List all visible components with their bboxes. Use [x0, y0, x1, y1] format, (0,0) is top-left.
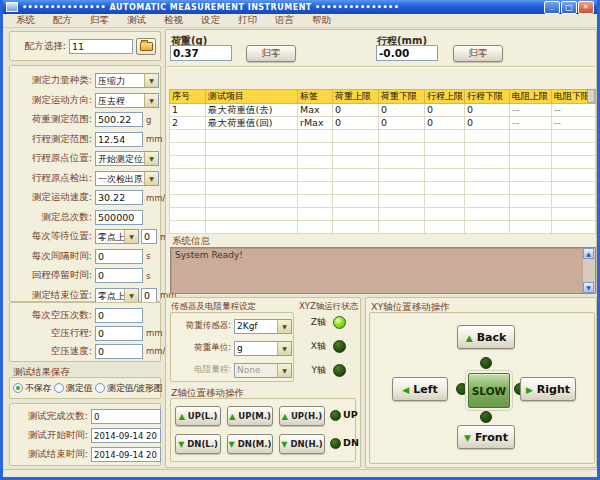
arrow-down-icon	[464, 432, 471, 443]
z-down-high-button[interactable]: DN(H.)	[279, 434, 325, 454]
button-label: Front	[475, 431, 508, 444]
sensor-label: 荷重单位:	[173, 342, 231, 354]
z-up-mid-button[interactable]: UP(M.)	[227, 406, 273, 426]
system-info-scrollbar[interactable]: ▲ ▼	[582, 248, 595, 293]
air-press-panel: 每次空压次数: 空压行程: mm 空压速度: mm/min	[9, 302, 161, 362]
axis-status-row: Y轴	[302, 364, 346, 377]
recipe-input[interactable]	[69, 39, 133, 54]
radio-measured-value[interactable]	[54, 383, 64, 393]
load-zero-button[interactable]: 归零	[246, 45, 296, 62]
arrow-up-icon	[179, 412, 185, 421]
y-axis-led	[333, 364, 346, 377]
total-count-input[interactable]	[95, 210, 143, 225]
menu-item-zero[interactable]: 归零	[81, 14, 118, 27]
close-button[interactable]	[578, 1, 594, 14]
column-header: 序号	[170, 90, 206, 104]
xy-move-panel: XY轴位置移动操作 Back Left SLOW Right Front	[365, 297, 597, 468]
air-press-speed-input[interactable]	[95, 344, 143, 359]
z-up-high-button[interactable]: UP(H.)	[279, 406, 325, 426]
z-axis-led	[333, 316, 346, 329]
origin-detect-select[interactable]: 一次检出原点	[95, 171, 159, 186]
axis-status-row: Z轴	[302, 316, 346, 329]
axis-label: Z轴	[302, 316, 326, 329]
system-info-box[interactable]: System Ready! ▲ ▼	[170, 247, 596, 294]
right-button[interactable]: Right	[520, 377, 576, 401]
stat-row: 测试结束时间:	[10, 445, 160, 464]
front-button[interactable]: Front	[457, 425, 515, 449]
measure-params-panel: 测定力量种类: 压缩力 测定运动方向: 压去程 荷重测定范围: g 行程测定范围…	[9, 65, 161, 302]
sensor-settings-box: 荷重传感器: 2Kgf 荷重单位: g 电阻量程: None	[170, 312, 294, 382]
table-row[interactable]: 2 最大荷重值(回) rMax 0 0 0 0 -- --	[170, 117, 596, 130]
recipe-label: 配方选择:	[14, 40, 66, 53]
scroll-up-icon[interactable]: ▲	[583, 248, 594, 259]
recipe-panel: 配方选择:	[9, 31, 161, 61]
maximize-button[interactable]	[561, 1, 577, 14]
force-type-select[interactable]: 压缩力	[95, 73, 159, 88]
load-range-input[interactable]	[95, 112, 143, 127]
x-minus-indicator-dot	[456, 383, 468, 395]
menu-item-inspect[interactable]: 检视	[155, 14, 192, 27]
param-label: 每次等待位置:	[12, 230, 92, 243]
air-press-stroke-input[interactable]	[95, 326, 143, 341]
column-header: 电阻上限	[510, 90, 552, 104]
end-position-select[interactable]: 零点上方	[95, 288, 139, 303]
y-minus-indicator-dot	[480, 411, 492, 423]
window-title: ••••••••••••••• AUTOMATIC MEASUREMENT IN…	[22, 3, 544, 12]
return-dwell-time-input[interactable]	[95, 268, 143, 283]
scroll-down-icon[interactable]: ▼	[583, 282, 594, 293]
completed-count-input[interactable]	[91, 409, 161, 424]
window-controls	[544, 1, 594, 14]
minimize-button[interactable]	[544, 1, 560, 14]
param-label: 测定运动方向:	[12, 94, 92, 107]
stat-label: 测试结束时间:	[12, 448, 88, 461]
radio-measured-value-waveform[interactable]	[95, 383, 105, 393]
param-label: 荷重测定范围:	[12, 113, 92, 126]
open-recipe-button[interactable]	[136, 38, 156, 55]
table-scrollbar-corner[interactable]	[587, 89, 595, 103]
stroke-readout-value[interactable]	[376, 45, 438, 61]
down-indicator-label: DN	[343, 437, 359, 448]
end-position-offset-input[interactable]	[141, 288, 157, 303]
back-button[interactable]: Back	[457, 325, 515, 349]
origin-position-select[interactable]: 开始测定位置	[95, 151, 159, 166]
stroke-range-input[interactable]	[95, 132, 143, 147]
xy-move-box: Back Left SLOW Right Front	[369, 312, 595, 464]
load-readout-value[interactable]	[170, 45, 232, 61]
z-down-low-button[interactable]: DN(L.)	[175, 434, 221, 454]
wait-position-offset-input[interactable]	[141, 229, 157, 244]
z-up-low-button[interactable]: UP(L.)	[175, 406, 221, 426]
combo-value: g	[235, 342, 277, 355]
slow-button[interactable]: SLOW	[468, 373, 510, 408]
load-sensor-select[interactable]: 2Kgf	[234, 319, 292, 334]
table-row[interactable]: 1 最大荷重值(去) Max 0 0 0 0 -- --	[170, 104, 596, 117]
radio-label: 不保存	[25, 382, 51, 395]
radio-no-save[interactable]	[13, 383, 23, 393]
end-time-input[interactable]	[91, 447, 161, 462]
left-button[interactable]: Left	[392, 377, 448, 401]
xyz-status-title: XYZ轴运行状态	[299, 301, 358, 313]
menu-item-print[interactable]: 打印	[229, 14, 266, 27]
menu-item-recipe[interactable]: 配方	[44, 14, 81, 27]
motion-direction-select[interactable]: 压去程	[95, 93, 159, 108]
menu-item-test[interactable]: 测试	[118, 14, 155, 27]
menu-item-system[interactable]: 系统	[7, 14, 44, 27]
z-down-mid-button[interactable]: DN(M.)	[227, 434, 273, 454]
menu-item-settings[interactable]: 设定	[192, 14, 229, 27]
param-row: 荷重测定范围: g	[10, 110, 160, 130]
menu-item-language[interactable]: 语言	[266, 14, 303, 27]
start-time-input[interactable]	[91, 428, 161, 443]
load-unit-select[interactable]: g	[234, 341, 292, 356]
param-row: 回程停留时间: s	[10, 266, 160, 286]
wait-position-select[interactable]: 零点上方	[95, 229, 139, 244]
motion-speed-input[interactable]	[95, 190, 143, 205]
x-axis-led	[333, 340, 346, 353]
stroke-zero-button[interactable]: 归零	[453, 45, 503, 62]
test-stats-panel: 测试完成次数: 测试开始时间: 测试结束时间:	[9, 403, 161, 466]
sensor-zmove-panel: 传感器及电阻量程设定 荷重传感器: 2Kgf 荷重单位: g 电阻量程: Non…	[165, 297, 361, 468]
param-label: 测定结束位置:	[12, 289, 92, 302]
air-press-count-input[interactable]	[95, 308, 143, 323]
radio-label: 测定值/波形图	[107, 382, 162, 395]
interval-time-input[interactable]	[95, 249, 143, 264]
menu-item-help[interactable]: 帮助	[303, 14, 340, 27]
param-row: 测定运动速度: mm/min	[10, 188, 160, 208]
